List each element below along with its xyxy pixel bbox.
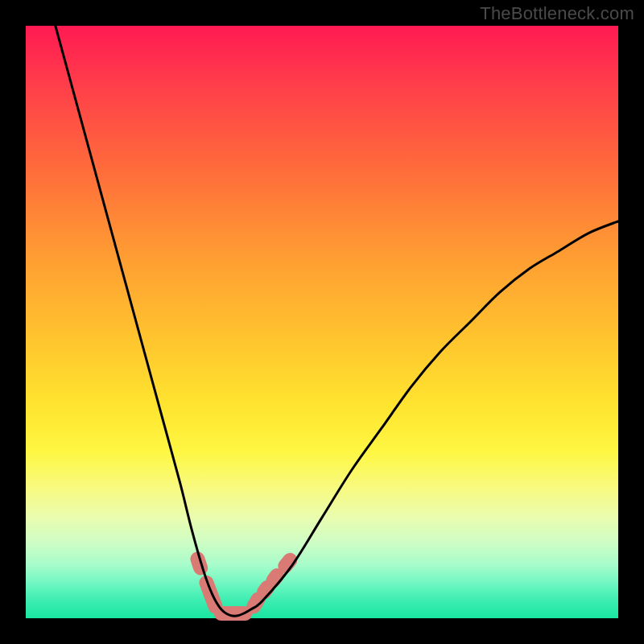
outer-frame: TheBottleneck.com xyxy=(0,0,644,644)
watermark-text: TheBottleneck.com xyxy=(480,3,634,24)
trough-pill xyxy=(285,560,290,566)
trough-pill xyxy=(274,576,277,580)
trough-pill xyxy=(264,588,267,592)
curve-svg xyxy=(26,26,618,618)
bottleneck-curve xyxy=(56,26,618,616)
gradient-plot-area xyxy=(26,26,618,618)
